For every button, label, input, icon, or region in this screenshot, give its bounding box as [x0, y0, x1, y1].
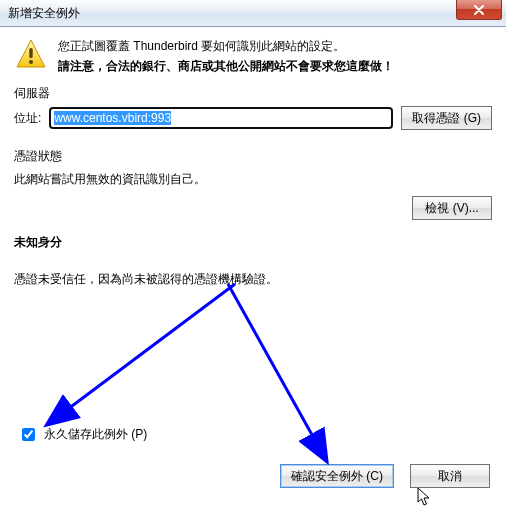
confirm-exception-button[interactable]: 確認安全例外 (C): [280, 464, 394, 488]
warning-icon: [14, 37, 48, 71]
cancel-button[interactable]: 取消: [410, 464, 490, 488]
warning-line-1: 您正試圖覆蓋 Thunderbird 要如何識別此網站的設定。: [58, 37, 394, 55]
permanent-store-checkbox[interactable]: [22, 428, 35, 441]
close-icon: [473, 5, 485, 15]
location-input[interactable]: [49, 107, 393, 129]
get-certificate-button[interactable]: 取得憑證 (G): [401, 106, 492, 130]
cert-status-label: 憑證狀態: [14, 148, 492, 165]
close-button[interactable]: [456, 0, 502, 20]
identity-desc: 憑證未受信任，因為尚未被認得的憑證機構驗證。: [14, 271, 492, 288]
cert-status-desc: 此網站嘗試用無效的資訊識別自己。: [14, 171, 492, 188]
warning-line-2: 請注意，合法的銀行、商店或其他公開網站不會要求您這麼做！: [58, 57, 394, 75]
server-section-label: 伺服器: [14, 85, 492, 102]
permanent-store-label: 永久儲存此例外 (P): [44, 426, 147, 443]
identity-heading: 未知身分: [14, 234, 492, 251]
permanent-store-checkbox-row[interactable]: 永久儲存此例外 (P): [18, 425, 147, 444]
svg-rect-0: [29, 48, 32, 58]
window-title: 新增安全例外: [8, 5, 80, 22]
title-bar: 新增安全例外: [0, 0, 506, 27]
view-certificate-button[interactable]: 檢視 (V)...: [412, 196, 492, 220]
dialog-content: 您正試圖覆蓋 Thunderbird 要如何識別此網站的設定。 請注意，合法的銀…: [0, 27, 506, 506]
svg-point-1: [29, 60, 33, 64]
location-label: 位址:: [14, 110, 41, 127]
